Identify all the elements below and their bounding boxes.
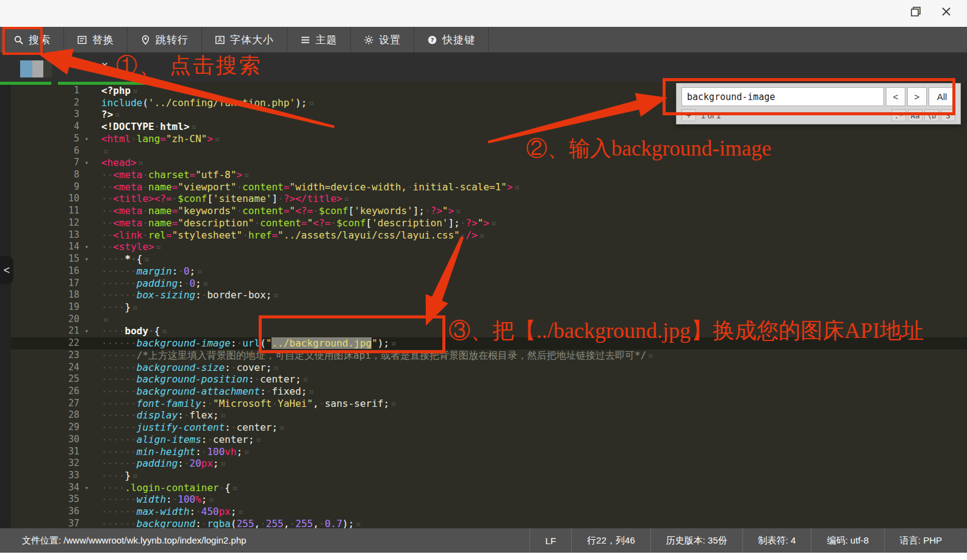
- fold-slot: [82, 169, 92, 181]
- space-dot: ·: [131, 265, 137, 277]
- code-line-27[interactable]: 27······font-family:·"Microsoft·YaHei",·…: [11, 398, 967, 410]
- fold-arrow-icon[interactable]: ▾: [82, 482, 92, 494]
- code-line-15[interactable]: 15▾····*·{¤: [11, 253, 967, 265]
- code-line-36[interactable]: 36······max-width:·450px;¤: [11, 506, 967, 518]
- code-line-34[interactable]: 34▾····.login-container·{¤: [11, 482, 967, 494]
- code-line-28[interactable]: 28······display:·flex;¤: [11, 409, 967, 422]
- space-dot: ·: [107, 506, 113, 517]
- case-sensitive-toggle[interactable]: Aa: [908, 109, 922, 121]
- space-dot: ·: [113, 446, 119, 458]
- space-dot: ·: [131, 253, 137, 265]
- space-dot: ·: [119, 506, 125, 517]
- gutter: 1: [11, 85, 92, 97]
- code-line-31[interactable]: 31······min-height:·100vh;¤: [11, 446, 967, 458]
- code-line-25[interactable]: 25······background-position:·center;¤: [11, 373, 967, 386]
- toolbar-button-search[interactable]: 搜索: [0, 27, 64, 52]
- find-next-button[interactable]: >: [907, 87, 927, 106]
- code-line-10[interactable]: 10··<title><?=·$conf['sitename']·?></tit…: [11, 193, 967, 205]
- code-line-5[interactable]: 5▾<html·lang="zh-CN">¤: [11, 133, 967, 145]
- fold-arrow-icon[interactable]: ▾: [82, 241, 92, 253]
- fold-arrow-icon[interactable]: ▾: [82, 157, 92, 169]
- space-dot: ·: [131, 458, 137, 469]
- code-line-17[interactable]: 17······padding:·0;¤: [11, 278, 967, 290]
- space-dot: ·: [125, 373, 131, 385]
- space-dot: ·: [237, 181, 243, 193]
- fold-arrow-icon[interactable]: ▾: [82, 133, 92, 145]
- toolbar-button-theme[interactable]: 主题: [287, 27, 351, 52]
- code-line-37[interactable]: 37······background:·rgba(255,·255,·255,·…: [11, 518, 967, 528]
- status-items: LF行22，列46历史版本: 35份制表符: 4编码: utf-8语言: PHP: [530, 528, 957, 553]
- code-line-22[interactable]: 22······background-image:·url("../backgr…: [11, 337, 967, 350]
- in-selection-toggle[interactable]: S: [941, 109, 955, 121]
- code-line-12[interactable]: 12··<meta·name="description"·content="<?…: [11, 217, 967, 229]
- code-line-13[interactable]: 13··<link·rel="stylesheet"·href="../asse…: [11, 229, 967, 242]
- find-all-button[interactable]: All: [929, 87, 955, 106]
- space-dot: ·: [407, 181, 413, 193]
- code-line-6[interactable]: 6¤: [11, 145, 967, 157]
- code-line-24[interactable]: 24······background-size:·cover;¤: [11, 362, 967, 374]
- toolbar-button-goto-line[interactable]: 跳转行: [128, 27, 202, 52]
- code-line-11[interactable]: 11··<meta·name="keywords"·content="<?=·$…: [11, 205, 967, 217]
- code-line-23[interactable]: 23······/*上方这里填入背景图的地址，可自定义使用图床api，或者是直接…: [11, 350, 967, 362]
- space-dot: ·: [131, 337, 137, 349]
- space-dot: ·: [201, 289, 207, 301]
- code-line-20[interactable]: 20¤: [11, 314, 967, 326]
- gutter: 3: [11, 109, 92, 121]
- code-line-21[interactable]: 21▾····body·{¤: [11, 325, 967, 337]
- line-number: 21: [11, 325, 82, 337]
- fold-slot: [82, 314, 92, 326]
- status-item: 行22，列46: [571, 528, 650, 553]
- code-line-8[interactable]: 8··<meta·charset="utf-8">¤: [11, 169, 967, 181]
- space-dot: ·: [107, 409, 113, 421]
- code-line-19[interactable]: 19····}¤: [11, 301, 967, 314]
- code-line-14[interactable]: 14▾··<style>¤: [11, 241, 967, 253]
- eol-mark: ¤: [101, 145, 109, 157]
- tab-close-icon[interactable]: ×: [101, 59, 108, 72]
- code-line-35[interactable]: 35······width:·100%;¤: [11, 494, 967, 506]
- code-text: ¤: [92, 145, 967, 157]
- code-editor[interactable]: 1<?php¤2include('../confing/function.php…: [11, 85, 967, 528]
- fold-arrow-icon[interactable]: ▾: [82, 325, 92, 337]
- status-item: 历史版本: 35份: [650, 528, 742, 553]
- code-line-32[interactable]: 32······padding:·20px;¤: [11, 458, 967, 470]
- restore-window-button[interactable]: [908, 5, 924, 21]
- fold-arrow-icon[interactable]: ▾: [82, 253, 92, 265]
- space-dot: ·: [125, 409, 131, 421]
- space-dot: ·: [101, 446, 107, 458]
- code-line-29[interactable]: 29······justify-content:·center;¤: [11, 422, 967, 434]
- toolbar-button-font-size[interactable]: A字体大小: [202, 27, 287, 52]
- space-dot: ·: [125, 337, 131, 349]
- find-previous-button[interactable]: <: [886, 87, 905, 106]
- regex-toggle[interactable]: .*: [891, 109, 906, 121]
- eol-mark: ¤: [354, 518, 361, 528]
- code-line-7[interactable]: 7▾<head>¤: [11, 157, 967, 169]
- gutter: 9: [11, 181, 92, 193]
- space-dot: ·: [125, 362, 131, 373]
- code-line-30[interactable]: 30······align-items:·center;¤: [11, 434, 967, 446]
- code-line-9[interactable]: 9··<meta·name="viewport"·content="width=…: [11, 181, 967, 193]
- toolbar-button-replace[interactable]: 替换: [64, 27, 128, 52]
- line-number: 34: [11, 482, 82, 494]
- gutter: 17: [11, 278, 92, 290]
- eol-mark: ¤: [160, 325, 167, 337]
- sidebar-collapse-handle[interactable]: <: [0, 256, 13, 284]
- code-line-16[interactable]: 16······margin:·0;¤: [11, 265, 967, 278]
- gutter: 20: [11, 314, 92, 326]
- close-window-button[interactable]: [938, 5, 954, 21]
- space-dot: ·: [125, 265, 131, 277]
- code-text: <html·lang="zh-CN">¤: [92, 133, 967, 145]
- line-number: 27: [11, 398, 82, 410]
- code-text: ······align-items:·center;¤: [92, 434, 967, 446]
- space-dot: ·: [231, 362, 237, 373]
- space-dot: ·: [142, 169, 148, 181]
- code-line-33[interactable]: 33····}¤: [11, 470, 967, 482]
- code-line-18[interactable]: 18······box-sizing:·border-box;¤: [11, 289, 967, 301]
- add-search-row-button[interactable]: +: [681, 109, 696, 121]
- tab-login2[interactable]: ×: [11, 52, 151, 82]
- code-line-26[interactable]: 26······background-attachment:·fixed;¤: [11, 386, 967, 398]
- toolbar-button-settings[interactable]: 设置: [351, 27, 414, 52]
- whole-word-toggle[interactable]: \b: [924, 109, 939, 121]
- space-dot: ·: [107, 289, 113, 301]
- search-input[interactable]: [681, 87, 884, 106]
- toolbar-button-shortcuts[interactable]: ?快捷键: [414, 27, 489, 52]
